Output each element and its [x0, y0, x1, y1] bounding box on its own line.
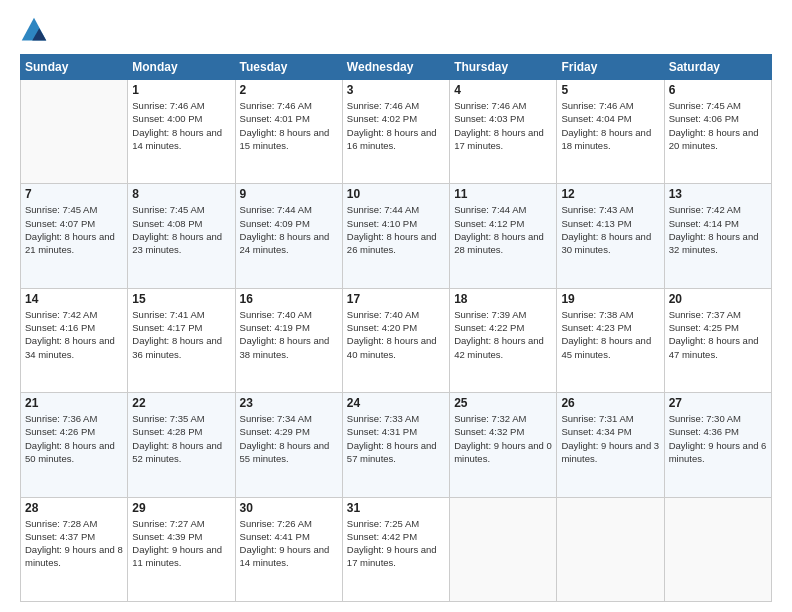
- calendar-week-row: 14Sunrise: 7:42 AMSunset: 4:16 PMDayligh…: [21, 288, 772, 392]
- day-number: 20: [669, 292, 767, 306]
- day-info: Sunrise: 7:33 AMSunset: 4:31 PMDaylight:…: [347, 412, 445, 465]
- day-number: 13: [669, 187, 767, 201]
- day-info: Sunrise: 7:40 AMSunset: 4:19 PMDaylight:…: [240, 308, 338, 361]
- calendar-cell: 29Sunrise: 7:27 AMSunset: 4:39 PMDayligh…: [128, 497, 235, 601]
- day-number: 5: [561, 83, 659, 97]
- day-info: Sunrise: 7:46 AMSunset: 4:03 PMDaylight:…: [454, 99, 552, 152]
- day-number: 25: [454, 396, 552, 410]
- day-number: 22: [132, 396, 230, 410]
- day-info: Sunrise: 7:46 AMSunset: 4:01 PMDaylight:…: [240, 99, 338, 152]
- day-info: Sunrise: 7:43 AMSunset: 4:13 PMDaylight:…: [561, 203, 659, 256]
- header: [20, 16, 772, 44]
- day-info: Sunrise: 7:44 AMSunset: 4:09 PMDaylight:…: [240, 203, 338, 256]
- day-number: 12: [561, 187, 659, 201]
- calendar-week-row: 1Sunrise: 7:46 AMSunset: 4:00 PMDaylight…: [21, 80, 772, 184]
- calendar-cell: 12Sunrise: 7:43 AMSunset: 4:13 PMDayligh…: [557, 184, 664, 288]
- day-info: Sunrise: 7:44 AMSunset: 4:10 PMDaylight:…: [347, 203, 445, 256]
- calendar-cell: 4Sunrise: 7:46 AMSunset: 4:03 PMDaylight…: [450, 80, 557, 184]
- day-info: Sunrise: 7:36 AMSunset: 4:26 PMDaylight:…: [25, 412, 123, 465]
- day-info: Sunrise: 7:45 AMSunset: 4:06 PMDaylight:…: [669, 99, 767, 152]
- calendar-cell: 8Sunrise: 7:45 AMSunset: 4:08 PMDaylight…: [128, 184, 235, 288]
- day-info: Sunrise: 7:26 AMSunset: 4:41 PMDaylight:…: [240, 517, 338, 570]
- day-number: 6: [669, 83, 767, 97]
- day-number: 10: [347, 187, 445, 201]
- calendar-cell: [450, 497, 557, 601]
- calendar-header-sunday: Sunday: [21, 55, 128, 80]
- day-number: 26: [561, 396, 659, 410]
- day-number: 8: [132, 187, 230, 201]
- calendar-cell: 16Sunrise: 7:40 AMSunset: 4:19 PMDayligh…: [235, 288, 342, 392]
- calendar-week-row: 7Sunrise: 7:45 AMSunset: 4:07 PMDaylight…: [21, 184, 772, 288]
- day-info: Sunrise: 7:46 AMSunset: 4:02 PMDaylight:…: [347, 99, 445, 152]
- logo-icon: [20, 16, 48, 44]
- day-info: Sunrise: 7:25 AMSunset: 4:42 PMDaylight:…: [347, 517, 445, 570]
- logo: [20, 16, 52, 44]
- day-info: Sunrise: 7:42 AMSunset: 4:14 PMDaylight:…: [669, 203, 767, 256]
- day-number: 3: [347, 83, 445, 97]
- calendar-cell: [557, 497, 664, 601]
- calendar-header-thursday: Thursday: [450, 55, 557, 80]
- day-info: Sunrise: 7:35 AMSunset: 4:28 PMDaylight:…: [132, 412, 230, 465]
- calendar-cell: 1Sunrise: 7:46 AMSunset: 4:00 PMDaylight…: [128, 80, 235, 184]
- day-info: Sunrise: 7:45 AMSunset: 4:07 PMDaylight:…: [25, 203, 123, 256]
- calendar-week-row: 28Sunrise: 7:28 AMSunset: 4:37 PMDayligh…: [21, 497, 772, 601]
- calendar-cell: 21Sunrise: 7:36 AMSunset: 4:26 PMDayligh…: [21, 393, 128, 497]
- calendar-table: SundayMondayTuesdayWednesdayThursdayFrid…: [20, 54, 772, 602]
- calendar-cell: 18Sunrise: 7:39 AMSunset: 4:22 PMDayligh…: [450, 288, 557, 392]
- calendar-cell: 20Sunrise: 7:37 AMSunset: 4:25 PMDayligh…: [664, 288, 771, 392]
- day-number: 16: [240, 292, 338, 306]
- day-number: 7: [25, 187, 123, 201]
- calendar-cell: 14Sunrise: 7:42 AMSunset: 4:16 PMDayligh…: [21, 288, 128, 392]
- calendar-week-row: 21Sunrise: 7:36 AMSunset: 4:26 PMDayligh…: [21, 393, 772, 497]
- day-info: Sunrise: 7:38 AMSunset: 4:23 PMDaylight:…: [561, 308, 659, 361]
- calendar-header-saturday: Saturday: [664, 55, 771, 80]
- day-info: Sunrise: 7:46 AMSunset: 4:04 PMDaylight:…: [561, 99, 659, 152]
- day-number: 14: [25, 292, 123, 306]
- calendar-cell: 28Sunrise: 7:28 AMSunset: 4:37 PMDayligh…: [21, 497, 128, 601]
- day-info: Sunrise: 7:32 AMSunset: 4:32 PMDaylight:…: [454, 412, 552, 465]
- calendar-cell: [664, 497, 771, 601]
- calendar-cell: 7Sunrise: 7:45 AMSunset: 4:07 PMDaylight…: [21, 184, 128, 288]
- calendar-cell: 26Sunrise: 7:31 AMSunset: 4:34 PMDayligh…: [557, 393, 664, 497]
- day-info: Sunrise: 7:42 AMSunset: 4:16 PMDaylight:…: [25, 308, 123, 361]
- day-info: Sunrise: 7:34 AMSunset: 4:29 PMDaylight:…: [240, 412, 338, 465]
- day-number: 27: [669, 396, 767, 410]
- day-number: 9: [240, 187, 338, 201]
- calendar-cell: 17Sunrise: 7:40 AMSunset: 4:20 PMDayligh…: [342, 288, 449, 392]
- day-number: 15: [132, 292, 230, 306]
- day-number: 11: [454, 187, 552, 201]
- calendar-cell: 27Sunrise: 7:30 AMSunset: 4:36 PMDayligh…: [664, 393, 771, 497]
- calendar-header-tuesday: Tuesday: [235, 55, 342, 80]
- day-number: 31: [347, 501, 445, 515]
- day-info: Sunrise: 7:27 AMSunset: 4:39 PMDaylight:…: [132, 517, 230, 570]
- day-info: Sunrise: 7:41 AMSunset: 4:17 PMDaylight:…: [132, 308, 230, 361]
- day-info: Sunrise: 7:44 AMSunset: 4:12 PMDaylight:…: [454, 203, 552, 256]
- calendar-cell: 10Sunrise: 7:44 AMSunset: 4:10 PMDayligh…: [342, 184, 449, 288]
- day-number: 29: [132, 501, 230, 515]
- calendar-cell: 22Sunrise: 7:35 AMSunset: 4:28 PMDayligh…: [128, 393, 235, 497]
- calendar-cell: [21, 80, 128, 184]
- day-number: 18: [454, 292, 552, 306]
- day-number: 21: [25, 396, 123, 410]
- calendar-cell: 6Sunrise: 7:45 AMSunset: 4:06 PMDaylight…: [664, 80, 771, 184]
- calendar-cell: 13Sunrise: 7:42 AMSunset: 4:14 PMDayligh…: [664, 184, 771, 288]
- calendar-cell: 25Sunrise: 7:32 AMSunset: 4:32 PMDayligh…: [450, 393, 557, 497]
- calendar-cell: 9Sunrise: 7:44 AMSunset: 4:09 PMDaylight…: [235, 184, 342, 288]
- day-info: Sunrise: 7:46 AMSunset: 4:00 PMDaylight:…: [132, 99, 230, 152]
- day-info: Sunrise: 7:28 AMSunset: 4:37 PMDaylight:…: [25, 517, 123, 570]
- calendar-cell: 2Sunrise: 7:46 AMSunset: 4:01 PMDaylight…: [235, 80, 342, 184]
- day-info: Sunrise: 7:31 AMSunset: 4:34 PMDaylight:…: [561, 412, 659, 465]
- day-info: Sunrise: 7:39 AMSunset: 4:22 PMDaylight:…: [454, 308, 552, 361]
- calendar-header-row: SundayMondayTuesdayWednesdayThursdayFrid…: [21, 55, 772, 80]
- calendar-cell: 15Sunrise: 7:41 AMSunset: 4:17 PMDayligh…: [128, 288, 235, 392]
- calendar-header-friday: Friday: [557, 55, 664, 80]
- calendar-header-wednesday: Wednesday: [342, 55, 449, 80]
- day-info: Sunrise: 7:45 AMSunset: 4:08 PMDaylight:…: [132, 203, 230, 256]
- day-number: 28: [25, 501, 123, 515]
- page: SundayMondayTuesdayWednesdayThursdayFrid…: [0, 0, 792, 612]
- day-info: Sunrise: 7:30 AMSunset: 4:36 PMDaylight:…: [669, 412, 767, 465]
- day-number: 19: [561, 292, 659, 306]
- day-number: 23: [240, 396, 338, 410]
- day-number: 4: [454, 83, 552, 97]
- day-number: 2: [240, 83, 338, 97]
